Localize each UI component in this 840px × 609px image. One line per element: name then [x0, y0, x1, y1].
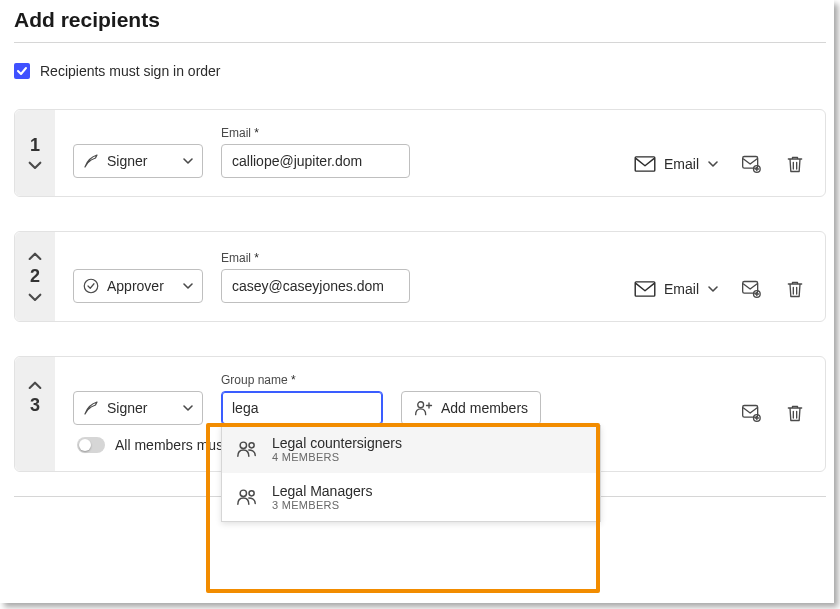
email-label: Email *	[221, 126, 410, 140]
recipient-card: 1 Signer Email * Email	[14, 109, 826, 197]
role-select[interactable]: Signer	[73, 391, 203, 425]
group-icon	[236, 487, 258, 507]
recipient-index: 3	[30, 395, 40, 416]
trash-icon	[785, 154, 805, 174]
trash-icon	[785, 279, 805, 299]
email-label: Email *	[221, 251, 410, 265]
recipient-index: 2	[30, 266, 40, 287]
svg-rect-4	[635, 282, 655, 296]
delete-button[interactable]	[783, 277, 807, 301]
all-members-label: All members must	[115, 437, 227, 453]
message-add-icon	[741, 279, 761, 299]
customize-button[interactable]	[739, 277, 763, 301]
group-suggestions-dropdown: Legal countersigners 4 MEMBERS Legal Man…	[221, 425, 601, 522]
svg-point-8	[249, 443, 254, 448]
group-icon	[236, 439, 258, 459]
group-name-input[interactable]	[221, 391, 383, 425]
chevron-down-icon	[182, 404, 194, 412]
email-input[interactable]	[221, 144, 410, 178]
email-icon	[634, 281, 656, 297]
group-suggestion-members: 4 MEMBERS	[272, 451, 402, 463]
check-icon	[16, 65, 28, 77]
message-add-icon	[741, 154, 761, 174]
group-suggestion-name: Legal Managers	[272, 483, 372, 499]
chevron-up-icon	[27, 251, 43, 262]
sign-order-checkbox[interactable]	[14, 63, 30, 79]
move-up-button[interactable]	[27, 250, 43, 262]
approve-icon	[82, 277, 100, 295]
group-suggestion-item[interactable]: Legal Managers 3 MEMBERS	[222, 473, 600, 521]
role-select[interactable]: Signer	[73, 144, 203, 178]
move-up-button[interactable]	[27, 379, 43, 391]
customize-button[interactable]	[739, 401, 763, 425]
role-select[interactable]: Approver	[73, 269, 203, 303]
role-label: Signer	[107, 400, 175, 416]
add-members-button[interactable]: Add members	[401, 391, 541, 425]
recipient-card: 2 Approver Email * Email	[14, 231, 826, 322]
reorder-column: 3	[15, 357, 55, 471]
group-suggestion-name: Legal countersigners	[272, 435, 402, 451]
delivery-label: Email	[664, 281, 699, 297]
chevron-down-icon	[27, 292, 43, 303]
move-down-button[interactable]	[27, 291, 43, 303]
chevron-down-icon	[707, 285, 719, 293]
recipient-index: 1	[30, 135, 40, 156]
role-label: Signer	[107, 153, 175, 169]
reorder-column: 2	[15, 232, 55, 321]
customize-button[interactable]	[739, 152, 763, 176]
group-name-label: Group name *	[221, 373, 383, 387]
svg-point-9	[240, 490, 246, 496]
chevron-down-icon	[182, 282, 194, 290]
divider	[14, 42, 826, 43]
svg-point-3	[84, 279, 98, 293]
group-suggestion-item[interactable]: Legal countersigners 4 MEMBERS	[222, 425, 600, 473]
move-down-button[interactable]	[27, 160, 43, 172]
recipient-card: 3 Signer Group name *	[14, 356, 826, 472]
page-title: Add recipients	[14, 8, 826, 32]
delivery-select[interactable]: Email	[634, 275, 719, 303]
delivery-select[interactable]: Email	[634, 150, 719, 178]
chevron-down-icon	[182, 157, 194, 165]
email-input[interactable]	[221, 269, 410, 303]
pen-icon	[82, 399, 100, 417]
svg-point-10	[249, 491, 254, 496]
trash-icon	[785, 403, 805, 423]
reorder-column: 1	[15, 110, 55, 196]
all-members-toggle[interactable]	[77, 437, 105, 453]
role-label: Approver	[107, 278, 175, 294]
pen-icon	[82, 152, 100, 170]
group-suggestion-members: 3 MEMBERS	[272, 499, 372, 511]
sign-order-label: Recipients must sign in order	[40, 63, 221, 79]
svg-point-7	[240, 442, 246, 448]
message-add-icon	[741, 403, 761, 423]
svg-point-11	[418, 402, 424, 408]
delete-button[interactable]	[783, 401, 807, 425]
chevron-up-icon	[27, 380, 43, 391]
add-members-label: Add members	[441, 400, 528, 416]
svg-rect-0	[635, 157, 655, 171]
email-icon	[634, 156, 656, 172]
chevron-down-icon	[27, 160, 43, 171]
group-add-icon	[414, 399, 434, 417]
delivery-label: Email	[664, 156, 699, 172]
delete-button[interactable]	[783, 152, 807, 176]
chevron-down-icon	[707, 160, 719, 168]
